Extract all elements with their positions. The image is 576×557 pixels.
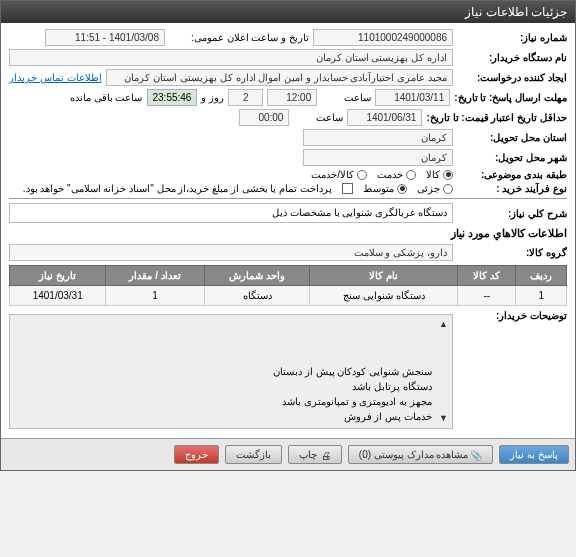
buyer-notes-text: سنجش شنوایی کودکان پیش از دبستان دستگاه …: [273, 366, 432, 422]
divider: [9, 198, 567, 199]
requester-value: مجید عامری اختیارآبادی حسابدار و امین ام…: [106, 69, 453, 86]
subject-category-group: کالا خدمت کالا/خدمت: [311, 169, 453, 180]
window-titlebar: جزئیات اطلاعات نیاز: [1, 1, 575, 23]
cat-goods-radio[interactable]: کالا: [426, 169, 453, 180]
time-remaining-label: ساعت باقی مانده: [70, 92, 143, 103]
buyer-contact-link[interactable]: اطلاعات تماس خریدار: [9, 72, 102, 83]
col-row: ردیف: [516, 266, 567, 286]
buyer-org-label: نام دستگاه خریدار:: [457, 52, 567, 63]
cell-unit: دستگاه: [204, 286, 310, 306]
reply-button[interactable]: پاسخ به نیاز: [499, 445, 569, 464]
bt-small-radio[interactable]: جزئی: [417, 183, 453, 194]
need-details-window: جزئیات اطلاعات نیاز شماره نیاز: 11010002…: [0, 0, 576, 471]
cell-qty: 1: [106, 286, 204, 306]
radio-icon: [406, 170, 416, 180]
validity-time-label: ساعت: [293, 112, 343, 123]
col-qty: تعداد / مقدار: [106, 266, 204, 286]
items-table: ردیف کد کالا نام کالا واحد شمارش تعداد /…: [9, 265, 567, 306]
exec-province-label: استان محل تحویل:: [457, 132, 567, 143]
table-header-row: ردیف کد کالا نام کالا واحد شمارش تعداد /…: [10, 266, 567, 286]
exec-province-value: کرمان: [303, 129, 453, 146]
deadline-label: مهلت ارسال پاسخ: تا تاریخ:: [454, 92, 567, 103]
attachment-icon: 📎: [472, 450, 482, 460]
need-number-label: شماره نیاز:: [457, 32, 567, 43]
footer-toolbar: پاسخ به نیاز 📎 مشاهده مدارک پیوستی (0) 🖨…: [1, 438, 575, 470]
days-label: روز و: [201, 92, 224, 103]
days-remaining-value: 2: [228, 89, 263, 106]
scroll-up-icon[interactable]: ▲: [439, 318, 448, 332]
deadline-time-value: 12:00: [267, 89, 317, 106]
back-label: بازگشت: [236, 449, 271, 460]
radio-icon: [357, 170, 367, 180]
window-title: جزئیات اطلاعات نیاز: [465, 5, 567, 19]
cell-code: --: [458, 286, 516, 306]
treasury-note: پرداخت تمام یا بخشی از مبلغ خرید،از محل …: [23, 183, 332, 194]
col-unit: واحد شمارش: [204, 266, 310, 286]
subject-category-label: طبقه بندی موضوعی:: [457, 169, 567, 180]
buyer-org-value: اداره کل بهزیستی استان کرمان: [9, 49, 453, 66]
table-row[interactable]: 1 -- دستگاه شنوایی سنج دستگاه 1 1401/03/…: [10, 286, 567, 306]
requester-label: ایجاد کننده درخواست:: [457, 72, 567, 83]
col-name: نام کالا: [310, 266, 458, 286]
reply-label: پاسخ به نیاز: [510, 449, 558, 460]
back-button[interactable]: بازگشت: [225, 445, 282, 464]
public-datetime-value: 1401/03/08 - 11:51: [45, 29, 165, 46]
radio-selected-icon: [443, 170, 453, 180]
exit-button[interactable]: خروج: [174, 445, 219, 464]
cell-date: 1401/03/31: [10, 286, 106, 306]
attachments-label: مشاهده مدارک پیوستی (0): [359, 449, 469, 460]
radio-icon: [443, 184, 453, 194]
print-label: چاپ: [299, 449, 317, 460]
validity-time-value: 00:00: [239, 109, 289, 126]
buy-process-label: نوع فرآیند خرید :: [457, 183, 567, 194]
exit-label: خروج: [185, 449, 208, 460]
print-icon: 🖨: [321, 450, 331, 460]
need-description-label: شرح کلي نياز:: [457, 208, 567, 219]
bt-medium-radio[interactable]: متوسط: [363, 183, 407, 194]
goods-group-value: دارو، پزشکی و سلامت: [9, 244, 453, 261]
col-date: تاریخ نیاز: [10, 266, 106, 286]
col-code: کد کالا: [458, 266, 516, 286]
need-description-value: دستگاه غربالگری شنوایی با مشخصات ذیل: [9, 203, 453, 223]
print-button[interactable]: 🖨 چاپ: [288, 445, 342, 464]
items-section-title: اطلاعات كالاهاي مورد نياز: [9, 227, 567, 240]
treasury-checkbox[interactable]: [342, 183, 353, 194]
attachments-button[interactable]: 📎 مشاهده مدارک پیوستی (0): [348, 445, 494, 464]
buyer-notes-label: توضیحات خریدار:: [457, 310, 567, 321]
deadline-time-label: ساعت: [321, 92, 371, 103]
time-remaining-value: 23:55:46: [147, 89, 198, 106]
need-number-value: 1101000249000086: [313, 29, 453, 46]
delivery-city-label: شهر محل تحویل:: [457, 152, 567, 163]
cell-name: دستگاه شنوایی سنج: [310, 286, 458, 306]
validity-date-value: 1401/06/31: [347, 109, 422, 126]
cat-goodservice-radio[interactable]: کالا/خدمت: [311, 169, 367, 180]
scroll-down-icon[interactable]: ▼: [439, 412, 448, 426]
deadline-date-value: 1401/03/11: [375, 89, 450, 106]
cat-service-radio[interactable]: خدمت: [377, 169, 416, 180]
delivery-city-value: کرمان: [303, 149, 453, 166]
radio-selected-icon: [397, 184, 407, 194]
validity-label: حداقل تاریخ اعتبار قیمت: تا تاریخ:: [426, 112, 567, 123]
buy-process-group: جزئی متوسط پرداخت تمام یا بخشی از مبلغ خ…: [23, 183, 453, 194]
main-panel: شماره نیاز: 1101000249000086 تاریخ و ساع…: [1, 23, 575, 438]
cell-row: 1: [516, 286, 567, 306]
goods-group-label: گروه کالا:: [457, 247, 567, 258]
public-datetime-label: تاریخ و ساعت اعلان عمومی:: [169, 32, 309, 43]
buyer-notes-box[interactable]: ▲ ▼ سنجش شنوایی کودکان پیش از دبستان دست…: [9, 314, 453, 429]
